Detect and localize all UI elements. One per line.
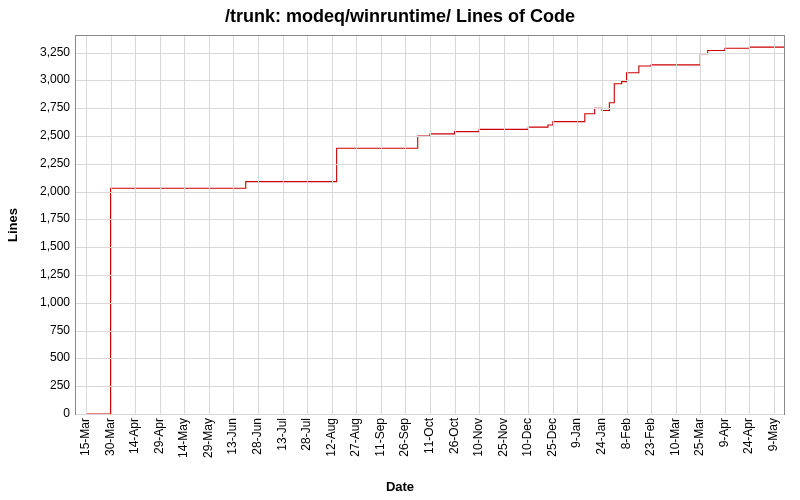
x-tick-label: 11-Sep [373, 418, 387, 457]
x-tick-label: 10-Dec [520, 418, 534, 457]
x-tick-label: 13-Jun [225, 418, 239, 455]
y-tick-label: 250 [10, 378, 70, 392]
gridline-v [553, 36, 554, 414]
gridline-v [135, 36, 136, 414]
gridline-v [184, 36, 185, 414]
gridline-v [749, 36, 750, 414]
x-tick-label: 8-Feb [619, 418, 633, 449]
gridline-v [577, 36, 578, 414]
gridline-v [602, 36, 603, 414]
y-tick-label: 1,250 [10, 267, 70, 281]
gridline-v [209, 36, 210, 414]
gridline-v [332, 36, 333, 414]
gridline-v [774, 36, 775, 414]
gridline-v [700, 36, 701, 414]
x-tick-label: 11-Oct [422, 418, 436, 454]
x-tick-label: 29-Apr [152, 418, 166, 454]
y-tick-label: 2,500 [10, 128, 70, 142]
y-tick-label: 1,000 [10, 295, 70, 309]
x-tick-label: 12-Aug [324, 418, 338, 457]
y-tick-label: 1,500 [10, 239, 70, 253]
y-tick-label: 750 [10, 323, 70, 337]
x-axis-label: Date [0, 479, 800, 494]
x-tick-label: 29-May [201, 418, 215, 458]
x-tick-label: 25-Dec [545, 418, 559, 457]
loc-chart: /trunk: modeq/winruntime/ Lines of Code … [0, 0, 800, 500]
plot-area [75, 35, 785, 415]
gridline-v [627, 36, 628, 414]
y-tick-label: 2,000 [10, 184, 70, 198]
x-tick-label: 26-Sep [397, 418, 411, 457]
x-tick-label: 30-Mar [103, 418, 117, 456]
x-tick-label: 10-Mar [668, 418, 682, 456]
gridline-v [283, 36, 284, 414]
gridline-v [111, 36, 112, 414]
gridline-v [725, 36, 726, 414]
x-tick-label: 28-Jul [299, 418, 313, 451]
x-tick-label: 14-Apr [127, 418, 141, 454]
y-tick-label: 2,250 [10, 156, 70, 170]
gridline-v [528, 36, 529, 414]
x-tick-label: 23-Feb [643, 418, 657, 456]
y-tick-label: 0 [10, 406, 70, 420]
gridline-v [381, 36, 382, 414]
gridline-v [405, 36, 406, 414]
gridline-v [504, 36, 505, 414]
x-tick-label: 14-May [176, 418, 190, 458]
y-tick-label: 2,750 [10, 100, 70, 114]
gridline-v [676, 36, 677, 414]
y-tick-label: 1,750 [10, 211, 70, 225]
y-tick-label: 3,000 [10, 72, 70, 86]
x-tick-label: 28-Jun [250, 418, 264, 455]
x-tick-label: 9-Jan [569, 418, 583, 448]
x-tick-label: 27-Aug [348, 418, 362, 457]
x-tick-label: 9-Apr [717, 418, 731, 447]
gridline-h [76, 414, 784, 415]
x-tick-label: 24-Jan [594, 418, 608, 455]
chart-title: /trunk: modeq/winruntime/ Lines of Code [0, 6, 800, 27]
x-tick-label: 9-May [766, 418, 780, 451]
gridline-v [479, 36, 480, 414]
x-tick-label: 24-Apr [741, 418, 755, 454]
gridline-v [307, 36, 308, 414]
gridline-v [160, 36, 161, 414]
y-tick-label: 3,250 [10, 45, 70, 59]
gridline-v [258, 36, 259, 414]
x-tick-label: 15-Mar [78, 418, 92, 456]
x-tick-label: 13-Jul [275, 418, 289, 451]
gridline-v [651, 36, 652, 414]
gridline-v [86, 36, 87, 414]
gridline-v [430, 36, 431, 414]
gridline-v [455, 36, 456, 414]
gridline-v [233, 36, 234, 414]
x-tick-label: 25-Nov [496, 418, 510, 457]
x-tick-label: 25-Mar [692, 418, 706, 456]
x-tick-label: 10-Nov [471, 418, 485, 457]
gridline-v [356, 36, 357, 414]
x-tick-label: 26-Oct [447, 418, 461, 454]
y-tick-label: 500 [10, 350, 70, 364]
